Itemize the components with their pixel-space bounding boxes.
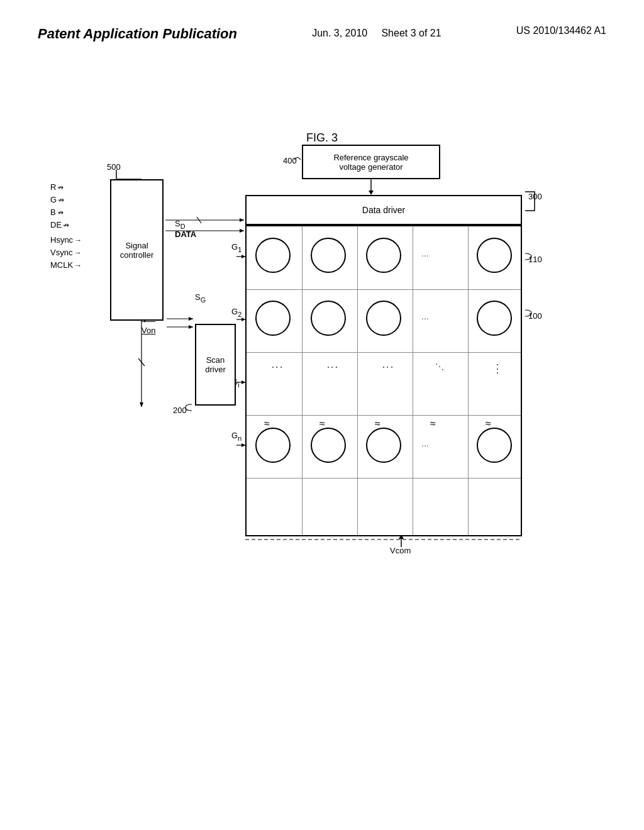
- signal-hsync: Hsync →: [50, 235, 82, 245]
- row-line-1: [247, 289, 521, 290]
- dots-r2c4: ···: [421, 313, 429, 323]
- dots-r3c2: ⋮: [326, 362, 340, 373]
- dots-r3c1: ⋮: [270, 362, 284, 373]
- signal-vsync-arrow: →: [74, 248, 81, 257]
- signal-vsync: Vsync →: [50, 248, 81, 257]
- signal-g: G ↛: [50, 195, 64, 204]
- signal-mclk-label: MCLK: [50, 260, 73, 270]
- signal-g-arrow: ↛: [58, 196, 64, 204]
- col-line-1: [302, 226, 303, 535]
- pixel-r2c3: [366, 301, 401, 336]
- pixel-r5c2: [311, 428, 346, 463]
- row-line-3: [247, 415, 521, 416]
- signal-b-arrow: ↛: [57, 208, 64, 217]
- bracket-100: [522, 307, 536, 319]
- pixel-r5c1: [255, 428, 291, 463]
- row-line-2: [247, 352, 521, 353]
- signal-de-label: DE: [50, 220, 62, 230]
- signal-de: DE ↛: [50, 220, 69, 230]
- patent-number: US 2010/134462 A1: [516, 25, 606, 36]
- svg-marker-1: [369, 191, 374, 195]
- col-line-2: [357, 226, 358, 535]
- bracket-110: [522, 250, 536, 263]
- signal-hsync-arrow: →: [74, 236, 82, 245]
- col-line-3: [413, 226, 413, 535]
- page: Patent Application Publication Jun. 3, 2…: [0, 0, 644, 830]
- ref-grayscale-label: Reference grayscalevoltage generator: [333, 153, 408, 172]
- signal-mclk-arrow: →: [74, 261, 82, 270]
- data-driver-label: Data driver: [362, 205, 405, 215]
- publication-date: Jun. 3, 2010: [312, 28, 367, 38]
- vcom-dashed-line: [245, 534, 522, 550]
- scan-connection: [138, 321, 198, 409]
- signal-g-label: G: [50, 195, 57, 204]
- signal-de-arrow: ↛: [63, 221, 69, 230]
- pixel-r1c1: [255, 238, 291, 273]
- scan-driver-box: Scandriver: [195, 324, 236, 406]
- figure-title: FIG. 3: [0, 131, 644, 145]
- pixel-r2c1: [255, 301, 291, 336]
- svg-marker-18: [140, 402, 143, 407]
- dots-r1c4: ···: [421, 250, 429, 260]
- signal-b-label: B: [50, 208, 56, 217]
- signal-hsync-label: Hsync: [50, 235, 73, 245]
- page-header: Patent Application Publication Jun. 3, 2…: [0, 0, 644, 56]
- pixel-r5c3: [366, 428, 401, 463]
- dots-r5c4: ···: [421, 440, 429, 450]
- header-center: Jun. 3, 2010 Sheet 3 of 21: [312, 25, 441, 42]
- data-driver-box: Data driver: [245, 195, 522, 225]
- scan-driver-label: Scandriver: [205, 355, 226, 374]
- pixel-r2c2: [311, 301, 346, 336]
- signal-r-label: R: [50, 182, 56, 192]
- pixel-r1c5: [477, 238, 512, 273]
- publication-title: Patent Application Publication: [38, 25, 237, 43]
- dots-r3c3: ⋮: [381, 362, 395, 373]
- diagram-area: R ↛ G ↛ B ↛ DE ↛ Hsync → Vsync →: [50, 145, 591, 660]
- signal-vsync-label: Vsync: [50, 248, 72, 257]
- pixel-grid: ··· ··· ⋮ ⋮ ⋮ ⋱ ⋮ ≈ ≈ ≈ ≈ ≈: [245, 225, 522, 536]
- pixel-r2c5: [477, 301, 512, 336]
- pixel-r1c2: [311, 238, 346, 273]
- tilde-r4c4: ≈: [430, 418, 436, 429]
- col-line-4: [468, 226, 469, 535]
- signal-r-arrow: ↛: [57, 183, 64, 192]
- dots-r3c4: ⋱: [435, 362, 444, 372]
- bracket-300: [522, 189, 541, 214]
- ref-grayscale-box: Reference grayscalevoltage generator: [302, 145, 440, 179]
- sheet-info: Sheet 3 of 21: [381, 28, 441, 38]
- svg-marker-3: [240, 218, 244, 222]
- row-line-4: [247, 478, 521, 479]
- pixel-r5c5: [477, 428, 512, 463]
- signal-r: R ↛: [50, 182, 64, 192]
- signal-mclk: MCLK →: [50, 260, 82, 270]
- pixel-r1c3: [366, 238, 401, 273]
- signal-b: B ↛: [50, 208, 64, 217]
- dots-r3c5: ⋮: [492, 362, 503, 375]
- signal-controller-box: Signalcontroller: [110, 179, 164, 321]
- signal-controller-label: Signalcontroller: [120, 241, 153, 260]
